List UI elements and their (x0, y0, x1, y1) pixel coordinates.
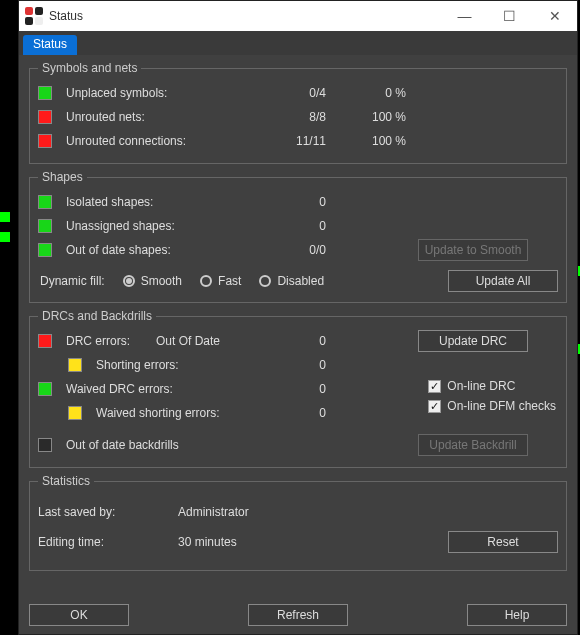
value: 0/4 (256, 86, 326, 100)
window-title: Status (49, 9, 83, 23)
value: 30 minutes (178, 535, 338, 549)
percent: 0 % (336, 86, 406, 100)
row-unrouted-connections: Unrouted connections: 11/11 100 % (38, 129, 558, 153)
status-square (38, 382, 52, 396)
value: 11/11 (256, 134, 326, 148)
legend-shapes: Shapes (38, 170, 87, 184)
group-drc: DRCs and Backdrills DRC errors: Out Of D… (29, 309, 567, 468)
value: 0/0 (256, 243, 326, 257)
value: Administrator (178, 505, 338, 519)
row-shorting-errors: Shorting errors: 0 (68, 353, 558, 377)
status-square (38, 334, 52, 348)
legend-stats: Statistics (38, 474, 94, 488)
label: Last saved by: (38, 505, 178, 519)
value: 0 (262, 358, 326, 372)
status-square (38, 134, 52, 148)
value: 0 (256, 219, 326, 233)
row-outofdate-shapes: Out of date shapes: 0/0 Update to Smooth (38, 238, 558, 262)
label: Out of date backdrills (66, 438, 256, 452)
titlebar: Status — ☐ ✕ (19, 1, 577, 31)
tab-bar: Status (19, 31, 577, 55)
value: 0 (262, 406, 326, 420)
group-shapes: Shapes Isolated shapes: 0 Unassigned sha… (29, 170, 567, 303)
ok-button[interactable]: OK (29, 604, 129, 626)
update-all-button[interactable]: Update All (448, 270, 558, 292)
status-square (38, 219, 52, 233)
label: Shorting errors: (96, 358, 262, 372)
row-saved-by: Last saved by: Administrator (38, 500, 558, 524)
label: Isolated shapes: (66, 195, 256, 209)
label: DRC errors: (66, 334, 156, 348)
check-online-dfm[interactable]: ✓On-line DFM checks (428, 399, 556, 413)
label: Editing time: (38, 535, 178, 549)
label: Unrouted nets: (66, 110, 256, 124)
update-to-smooth-button: Update to Smooth (418, 239, 528, 261)
row-drc-errors: DRC errors: Out Of Date 0 Update DRC (38, 329, 558, 353)
status-square (38, 86, 52, 100)
label: Out of date shapes: (66, 243, 256, 257)
percent: 100 % (336, 134, 406, 148)
label: Unrouted connections: (66, 134, 256, 148)
drc-status: Out Of Date (156, 334, 256, 348)
row-unassigned-shapes: Unassigned shapes: 0 (38, 214, 558, 238)
group-symbols-nets: Symbols and nets Unplaced symbols: 0/4 0… (29, 61, 567, 164)
update-backdrill-button: Update Backdrill (418, 434, 528, 456)
check-online-drc[interactable]: ✓On-line DRC (428, 379, 556, 393)
percent: 100 % (336, 110, 406, 124)
minimize-button[interactable]: — (442, 1, 487, 31)
radio-fast[interactable]: Fast (200, 274, 241, 288)
radio-disabled[interactable]: Disabled (259, 274, 324, 288)
radio-smooth[interactable]: Smooth (123, 274, 182, 288)
value: 8/8 (256, 110, 326, 124)
row-backdrills: Out of date backdrills Update Backdrill (38, 433, 558, 457)
status-square (38, 438, 52, 452)
status-square (38, 195, 52, 209)
value: 0 (256, 334, 326, 348)
refresh-button[interactable]: Refresh (248, 604, 348, 626)
legend-symbols: Symbols and nets (38, 61, 141, 75)
status-square (38, 243, 52, 257)
status-square (68, 358, 82, 372)
status-square (68, 406, 82, 420)
group-statistics: Statistics Last saved by: Administrator … (29, 474, 567, 571)
help-button[interactable]: Help (467, 604, 567, 626)
row-unrouted-nets: Unrouted nets: 8/8 100 % (38, 105, 558, 129)
tab-status[interactable]: Status (23, 35, 77, 55)
label: Unplaced symbols: (66, 86, 256, 100)
app-icon (25, 7, 43, 25)
reset-button[interactable]: Reset (448, 531, 558, 553)
update-drc-button[interactable]: Update DRC (418, 330, 528, 352)
value: 0 (256, 195, 326, 209)
value: 0 (256, 382, 326, 396)
legend-drc: DRCs and Backdrills (38, 309, 156, 323)
maximize-button[interactable]: ☐ (487, 1, 532, 31)
dynamic-fill-label: Dynamic fill: (40, 274, 105, 288)
label: Waived shorting errors: (96, 406, 262, 420)
status-square (38, 110, 52, 124)
close-button[interactable]: ✕ (532, 1, 577, 31)
label: Unassigned shapes: (66, 219, 256, 233)
row-editing-time: Editing time: 30 minutes Reset (38, 530, 558, 554)
row-unplaced-symbols: Unplaced symbols: 0/4 0 % (38, 81, 558, 105)
label: Waived DRC errors: (66, 382, 256, 396)
row-isolated-shapes: Isolated shapes: 0 (38, 190, 558, 214)
